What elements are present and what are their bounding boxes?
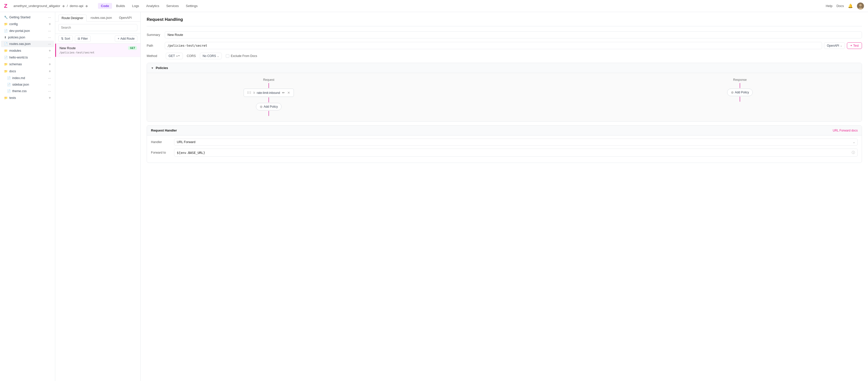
sidebar-item-index[interactable]: 📄 index.md ··· — [1, 75, 54, 81]
search-input[interactable] — [58, 24, 137, 31]
method-value: GET — [168, 54, 175, 58]
flow-line-down3 — [269, 111, 269, 116]
summary-input[interactable] — [165, 31, 862, 38]
dots-menu[interactable]: ··· — [48, 15, 51, 19]
cors-value: No CORS — [203, 54, 216, 58]
sidebar-item-label: dev-portal.json — [9, 29, 30, 33]
tab-logs[interactable]: Logs — [129, 3, 142, 9]
sidebar-item-config[interactable]: 📁 config + — [1, 21, 54, 28]
handler-field-row: Handler URL Forward ⌄ — [151, 138, 858, 146]
filter-button[interactable]: ⊟ Filter — [75, 35, 91, 42]
add-policy-label: Add Policy — [264, 105, 278, 108]
summary-row: Summary — [147, 31, 862, 38]
nav-right: Help Docs 🔔 — [826, 2, 864, 9]
handler-body: Handler URL Forward ⌄ Forward to ${env.B… — [147, 135, 862, 163]
add-item-icon[interactable]: + — [49, 62, 51, 66]
sort-button[interactable]: ⇅ Sort — [58, 35, 73, 42]
sidebar-item-modules[interactable]: 📁 modules + — [1, 47, 54, 54]
route-item[interactable]: New Route GET /policies-test/secret — [55, 44, 141, 57]
handler-header: Request Handler URL Forward docs — [147, 126, 862, 135]
cors-label: CORS — [187, 54, 196, 58]
tab-openapi[interactable]: OpenAPI — [116, 14, 135, 21]
search-bar — [55, 22, 141, 34]
sidebar-item-policies[interactable]: ⬇ policies.json ··· — [1, 34, 54, 41]
method-row: Method GET ▲▼ CORS No CORS ⌄ Exclude Fro… — [147, 53, 862, 59]
method-badge: GET — [128, 46, 137, 50]
dots-menu[interactable]: ··· — [48, 56, 51, 60]
sort-icon: ⇅ — [61, 37, 64, 40]
help-link[interactable]: Help — [826, 4, 833, 8]
workspace-link[interactable]: amethyst_underground_alligator — [13, 4, 60, 8]
add-item-icon[interactable]: + — [49, 22, 51, 26]
sidebar-item-theme[interactable]: 📄 theme.css ··· — [1, 88, 54, 94]
tab-settings[interactable]: Settings — [183, 3, 201, 9]
test-button[interactable]: ✦ Test — [847, 42, 862, 49]
file-icon: 📄 — [4, 56, 8, 59]
sidebar-item-tests[interactable]: 📁 tests + — [1, 94, 54, 101]
tab-routes-oas[interactable]: routes.oas.json — [88, 14, 115, 21]
openapi-select[interactable]: OpenAPI ⌄ — [824, 42, 845, 49]
dots-menu[interactable]: ··· — [48, 29, 51, 33]
exclude-text: Exclude From Docs — [231, 54, 257, 58]
sidebar-item-routes[interactable]: 📄 routes.oas.json ··· — [1, 41, 54, 47]
docs-link[interactable]: Docs — [836, 4, 844, 8]
sidebar-item-label: Getting Started — [9, 15, 30, 19]
summary-label: Summary — [147, 33, 162, 37]
sidebar-item-label: sidebar.json — [12, 83, 29, 86]
tab-analytics[interactable]: Analytics — [143, 3, 162, 9]
delete-policy-button[interactable]: ✕ — [287, 90, 290, 95]
add-item-icon[interactable]: + — [49, 96, 51, 100]
exclude-docs-label[interactable]: Exclude From Docs — [226, 54, 257, 58]
sidebar-item-label: config — [9, 22, 18, 26]
add-policy-button-request[interactable]: ⊕ Add Policy — [256, 103, 282, 110]
handler-docs-link[interactable]: URL Forward docs — [833, 129, 858, 132]
path-input[interactable] — [165, 42, 822, 49]
policies-header[interactable]: ▼ Policies — [147, 63, 862, 73]
add-item-icon[interactable]: + — [49, 49, 51, 53]
sidebar-item-label: hello-world.ts — [9, 56, 28, 59]
forward-input[interactable]: ${env.BASE_URL} ⓘ — [174, 149, 858, 157]
exclude-checkbox[interactable] — [226, 54, 229, 58]
dots-menu[interactable]: ··· — [48, 35, 51, 39]
policies-body: Request ⠿⠿ λ rate-limit-inbound ✏ ✕ — [147, 73, 862, 122]
dots-menu[interactable]: ··· — [48, 42, 51, 46]
folder-icon: 📁 — [4, 96, 8, 100]
dots-menu[interactable]: ··· — [48, 89, 51, 93]
drag-handle-icon[interactable]: ⠿⠿ — [247, 91, 251, 95]
wand-icon: ✦ — [850, 44, 852, 47]
path-row: Path OpenAPI ⌄ ✦ Test — [147, 42, 862, 49]
file-icon: 📄 — [4, 29, 8, 33]
breadcrumb: amethyst_underground_alligator ◆ / demo-… — [13, 4, 88, 8]
notification-icon[interactable]: 🔔 — [848, 3, 853, 8]
handler-label: Handler — [151, 140, 171, 144]
sidebar-item-hello-world[interactable]: 📄 hello-world.ts ··· — [1, 54, 54, 61]
sidebar-item-getting-started[interactable]: 🔧 Getting Started ··· — [1, 14, 54, 21]
route-item-header: New Route GET — [60, 46, 137, 50]
file-icon: ⬇ — [4, 36, 6, 39]
add-item-icon[interactable]: + — [49, 69, 51, 73]
add-policy-button-response[interactable]: ⊕ Add Policy — [727, 89, 753, 96]
sidebar-item-docs[interactable]: 📁 docs + — [1, 68, 54, 75]
edit-policy-button[interactable]: ✏ — [282, 90, 285, 95]
folder-icon: 📁 — [4, 22, 8, 26]
dots-menu[interactable]: ··· — [48, 76, 51, 80]
cors-select[interactable]: No CORS ⌄ — [200, 53, 222, 59]
response-label: Response — [733, 78, 747, 82]
dots-menu[interactable]: ··· — [48, 83, 51, 87]
sidebar-item-schemas[interactable]: 📁 schemas + — [1, 61, 54, 68]
forward-label: Forward to — [151, 151, 171, 154]
forward-value: ${env.BASE_URL} — [177, 151, 205, 155]
tab-services[interactable]: Services — [163, 3, 182, 9]
method-select[interactable]: GET ▲▼ — [166, 53, 183, 59]
sidebar-item-sidebar-json[interactable]: 📄 sidebar.json ··· — [1, 81, 54, 88]
avatar[interactable] — [857, 2, 864, 9]
sidebar-item-dev-portal[interactable]: 📄 dev-portal.json ··· — [1, 28, 54, 34]
tab-route-designer[interactable]: Route Designer — [58, 14, 87, 22]
flow-line-up2 — [740, 97, 740, 102]
handler-select[interactable]: URL Forward ⌄ — [174, 138, 858, 146]
file-icon: 📄 — [4, 42, 8, 46]
project-link[interactable]: demo-api — [70, 4, 83, 8]
add-route-button[interactable]: + Add Route — [115, 35, 137, 42]
tab-code[interactable]: Code — [98, 3, 112, 9]
tab-builds[interactable]: Builds — [113, 3, 128, 9]
